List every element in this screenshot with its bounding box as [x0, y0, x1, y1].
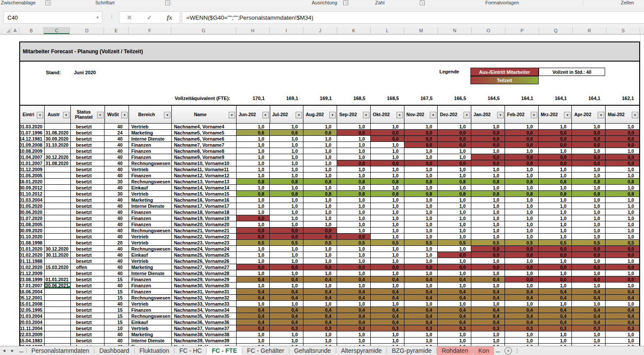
cell-month-value[interactable]: 1,0: [438, 270, 471, 276]
cell-month-value[interactable]: 1,0: [572, 203, 606, 209]
cell-month-value[interactable]: 0,0: [572, 160, 606, 166]
cell-month-value[interactable]: 1,0: [404, 246, 438, 252]
cell-a[interactable]: [45, 166, 71, 172]
cell-b[interactable]: Vertrieb: [129, 234, 172, 239]
sheet-tab-kon[interactable]: Kon: [473, 346, 494, 355]
cell-s[interactable]: besetzt: [71, 160, 105, 166]
cell-month-value[interactable]: 0,4: [505, 313, 539, 319]
cell-month-value[interactable]: 1,0: [303, 172, 337, 178]
cell-month-value[interactable]: 0,5: [539, 240, 572, 245]
cell-s[interactable]: besetzt: [71, 331, 105, 337]
cell-month-value[interactable]: 0,0: [505, 130, 539, 135]
cell-month-value[interactable]: 0,4: [404, 313, 438, 319]
cell-month-value[interactable]: 1,0: [572, 338, 606, 343]
cell-month-value[interactable]: 1,0: [539, 270, 572, 276]
cell-w[interactable]: 40: [104, 234, 129, 239]
cell-b[interactable]: Finanzen: [129, 148, 172, 154]
cell-month-value[interactable]: 1,0: [303, 142, 337, 148]
cell-month-value[interactable]: 1,0: [404, 148, 438, 154]
cell-name[interactable]: Nachname27, Vorname27: [172, 264, 237, 270]
column-header-K[interactable]: K: [337, 27, 371, 34]
column-header-G[interactable]: G: [171, 27, 236, 34]
cell-month-value[interactable]: 0,8: [303, 179, 337, 184]
cell-s[interactable]: besetzt: [71, 172, 105, 178]
filter-dropdown-icon[interactable]: ▼: [262, 112, 269, 118]
column-header-B[interactable]: B: [19, 27, 44, 34]
cell-month-value[interactable]: 0,4: [303, 295, 337, 300]
cell-s[interactable]: besetzt: [71, 270, 105, 276]
cell-month-value[interactable]: 0,0: [572, 276, 606, 282]
cell-month-value[interactable]: 0,3: [270, 325, 303, 331]
cell-a[interactable]: [45, 179, 71, 184]
cell-e[interactable]: 01.12.2009: [20, 166, 45, 172]
cell-name[interactable]: Nachname19, Vorname19: [172, 215, 237, 221]
cell-month-value[interactable]: 0,8: [539, 179, 572, 184]
cell-month-value[interactable]: 1,0: [371, 172, 404, 178]
cell-e[interactable]: 30.09.2020: [20, 227, 45, 233]
cell-month-value[interactable]: 1,0: [404, 203, 438, 209]
cell-month-value[interactable]: 1,0: [371, 166, 404, 172]
cell-s[interactable]: besetzt: [71, 338, 105, 343]
cell-month-value[interactable]: 1,0: [438, 209, 471, 215]
cell-month-value[interactable]: 0,3: [237, 325, 270, 331]
cell-month-value[interactable]: 1,0: [471, 270, 505, 276]
cell-name[interactable]: Nachname33, Vorname33: [172, 301, 237, 307]
cell-a[interactable]: [45, 325, 71, 331]
cell-month-value[interactable]: 0,3: [471, 325, 505, 331]
cell-name[interactable]: Nachname23, Vorname23: [172, 240, 237, 245]
cell-month-value[interactable]: 1,0: [505, 331, 539, 337]
cell-month-value[interactable]: 1,0: [606, 172, 639, 178]
cell-month-value[interactable]: 0,4: [505, 289, 539, 294]
cell-month-value[interactable]: 0,4: [237, 307, 270, 313]
cell-a[interactable]: 31.08.2020: [45, 160, 71, 166]
cell-name[interactable]: Nachname15, Vorname15: [172, 191, 237, 196]
column-header-F[interactable]: F: [129, 27, 171, 34]
cell-month-value[interactable]: 1,0: [404, 185, 438, 190]
cell-month-value[interactable]: 1,0: [539, 166, 572, 172]
cell-b[interactable]: Finanzen: [129, 172, 172, 178]
cell-s[interactable]: besetzt: [71, 154, 105, 160]
cell-s[interactable]: besetzt: [71, 197, 105, 203]
cell-month-value[interactable]: 0,4: [237, 276, 270, 282]
cell-name[interactable]: Nachname26, Vorname26: [172, 258, 237, 264]
cell-month-value[interactable]: 0,0: [539, 142, 572, 148]
sheet-tab-dashboard[interactable]: Dashboard: [94, 346, 134, 355]
cell-month-value[interactable]: 1,0: [404, 215, 438, 221]
cell-month-value[interactable]: 0,0: [337, 234, 371, 239]
cell-month-value[interactable]: 0,4: [471, 313, 505, 319]
cell-e[interactable]: 22.03.2009: [20, 331, 45, 337]
cell-month-value[interactable]: 0,0: [303, 227, 337, 233]
cell-month-value[interactable]: 0,8: [337, 179, 371, 184]
cell-w[interactable]: 15: [104, 313, 129, 319]
cell-month-value[interactable]: 0,5: [237, 240, 270, 245]
cell-month-value[interactable]: 0,0: [270, 234, 303, 239]
cell-w[interactable]: 40: [104, 227, 129, 233]
cell-month-value[interactable]: 1,0: [438, 154, 471, 160]
cell-w[interactable]: 40: [104, 301, 129, 307]
cell-month-value[interactable]: 0,0: [606, 154, 639, 160]
cell-e[interactable]: 01.01.2020: [20, 246, 45, 252]
cell-month-value[interactable]: 0,0: [471, 264, 505, 270]
cell-month-value[interactable]: 1,0: [237, 338, 270, 343]
cell-month-value[interactable]: 0,5: [303, 240, 337, 245]
cell-month-value[interactable]: 0,0: [572, 136, 606, 141]
cell-name[interactable]: Nachname24, Vorname24: [172, 246, 237, 252]
cell-month-value[interactable]: 1,0: [572, 221, 606, 227]
cell-month-value[interactable]: 0,0: [237, 215, 270, 221]
cell-month-value[interactable]: 1,0: [303, 166, 337, 172]
cell-month-value[interactable]: 1,0: [404, 124, 438, 129]
cell-month-value[interactable]: 0,8: [371, 179, 404, 184]
cell-month-value[interactable]: 1,0: [337, 283, 371, 288]
cell-w[interactable]: 40: [104, 160, 129, 166]
cell-month-value[interactable]: 0,0: [438, 264, 471, 270]
cell-month-value[interactable]: 1,0: [270, 215, 303, 221]
cell-s[interactable]: besetzt: [71, 130, 105, 135]
cell-s[interactable]: besetzt: [71, 148, 105, 154]
cell-month-value[interactable]: 0,0: [471, 136, 505, 141]
filter-dropdown-icon[interactable]: ▼: [363, 112, 369, 118]
cell-month-value[interactable]: 1,0: [237, 148, 270, 154]
cell-w[interactable]: 30: [104, 191, 129, 196]
cancel-icon[interactable]: ✕: [127, 14, 132, 21]
cell-month-value[interactable]: 0,8: [438, 191, 471, 196]
cell-month-value[interactable]: 1,0: [337, 338, 371, 343]
